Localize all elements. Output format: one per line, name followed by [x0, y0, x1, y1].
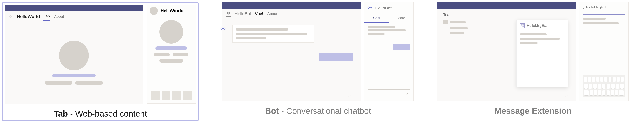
svg-rect-6 — [227, 14, 228, 15]
placeholder-line — [582, 22, 619, 24]
placeholder-line — [582, 18, 606, 20]
app-title: HelloWorld — [17, 14, 40, 19]
send-icon[interactable]: ▷ — [565, 93, 568, 97]
bot-desktop-header: HelloBot Chat About — [222, 9, 361, 19]
chat-input[interactable]: ▷ — [477, 91, 570, 99]
nav-tile[interactable] — [162, 92, 170, 100]
svg-rect-2 — [9, 17, 10, 18]
team-icon — [443, 20, 448, 24]
placeholder-line — [160, 59, 183, 62]
placeholder-line — [368, 33, 384, 35]
svg-rect-14 — [521, 26, 522, 27]
msgext-desktop-window: Teams ▷ — [437, 2, 576, 101]
svg-point-8 — [222, 28, 223, 29]
placeholder-line-accent — [156, 46, 187, 50]
placeholder-line — [154, 53, 170, 56]
placeholder-line — [450, 21, 466, 23]
bot-message-card — [232, 25, 314, 43]
tab-about[interactable]: About — [267, 10, 278, 18]
bot-mobile-header: HelloBot — [364, 2, 414, 14]
msgext-popup-header: HelloMsgExt — [520, 23, 564, 28]
bot-mobile-body: ▷ — [364, 23, 414, 100]
tab-desktop-body — [5, 22, 143, 104]
tab-desktop-header: HelloWorld Tab About — [5, 12, 143, 22]
placeholder-line — [236, 28, 288, 30]
placeholder-line-accent — [52, 74, 96, 78]
code-icon — [367, 5, 372, 11]
mobile-tab-more[interactable]: More — [389, 14, 414, 22]
popup-search-underline[interactable] — [520, 30, 564, 31]
group-tab: HelloWorld Tab About HelloWorld — [2, 2, 199, 121]
bot-mobile-window: HelloBot Chat More ▷ — [364, 2, 414, 101]
bot-desktop-window: HelloBot Chat About — [222, 2, 361, 101]
msgext-popup: HelloMsgExt — [516, 20, 568, 87]
svg-rect-5 — [229, 12, 230, 14]
send-icon[interactable]: ▷ — [348, 93, 351, 97]
send-icon[interactable]: ▷ — [406, 92, 408, 96]
group-bot-caption: Bot - Conversational chatbot — [265, 106, 371, 116]
bot-mobile-tabs: Chat More — [364, 14, 414, 23]
placeholder-line — [368, 26, 395, 28]
app-icon — [8, 14, 14, 19]
svg-rect-13 — [522, 24, 524, 26]
placeholder-line — [75, 81, 103, 84]
msgext-mobile-header: ‹ HelloMsgExt — [580, 2, 628, 13]
svg-rect-0 — [9, 15, 10, 16]
msgext-mobile-window: ‹ HelloMsgExt — [579, 2, 628, 101]
placeholder-line — [45, 81, 72, 84]
msgext-mobile-body — [580, 13, 628, 100]
placeholder-avatar — [160, 20, 183, 44]
mobile-tab-chat[interactable]: Chat — [364, 14, 389, 22]
chat-input[interactable]: ▷ — [368, 90, 410, 98]
mobile-title: HelloWorld — [160, 8, 184, 14]
app-icon — [520, 23, 525, 28]
tab-chat[interactable]: Chat — [255, 9, 263, 18]
nav-tile[interactable] — [151, 92, 160, 100]
group-msgext: Teams ▷ — [437, 2, 628, 116]
placeholder-line — [450, 27, 468, 29]
placeholder-line — [520, 34, 546, 35]
teams-sidebar: Teams — [443, 13, 473, 99]
group-tab-caption: Tab - Web-based content — [54, 109, 147, 118]
user-reply-bubble — [392, 44, 410, 50]
nav-tile[interactable] — [172, 92, 181, 100]
mobile-title: HelloMsgExt — [586, 5, 606, 10]
svg-rect-1 — [11, 15, 12, 16]
user-reply-bubble — [319, 52, 353, 61]
tab-tab[interactable]: Tab — [44, 12, 50, 21]
tab-mobile-body — [147, 17, 196, 103]
app-title: HelloBot — [235, 11, 251, 16]
svg-rect-4 — [227, 12, 228, 14]
popup-title: HelloMsgExt — [527, 24, 547, 28]
placeholder-line — [520, 38, 560, 40]
placeholder-line — [236, 37, 266, 39]
svg-point-9 — [223, 28, 224, 29]
svg-point-11 — [370, 7, 370, 8]
chat-input[interactable]: ▷ — [226, 91, 353, 99]
placeholder-line — [520, 42, 538, 44]
placeholder-avatar — [59, 41, 89, 70]
placeholder-line — [173, 53, 188, 56]
bottom-tile-row — [150, 92, 192, 100]
sidebar-title: Teams — [443, 13, 473, 17]
search-underline[interactable] — [582, 14, 625, 15]
mobile-keyboard[interactable] — [582, 75, 625, 98]
nav-tile[interactable] — [183, 92, 192, 100]
svg-rect-3 — [11, 17, 12, 18]
svg-point-10 — [369, 7, 370, 8]
svg-rect-15 — [522, 26, 524, 27]
placeholder-line — [450, 32, 464, 34]
tab-desktop-window: HelloWorld Tab About — [5, 5, 143, 104]
window-titlebar — [5, 5, 143, 12]
window-titlebar — [222, 2, 361, 9]
placeholder-line — [236, 32, 308, 35]
tab-about[interactable]: About — [54, 12, 64, 21]
back-icon[interactable]: ‹ — [582, 4, 584, 11]
tab-mobile-window: HelloWorld — [146, 5, 196, 104]
window-titlebar — [437, 2, 576, 9]
tab-mobile-header: HelloWorld — [147, 5, 196, 17]
code-icon — [220, 26, 226, 32]
svg-rect-12 — [521, 24, 522, 26]
sidebar-item[interactable] — [443, 20, 473, 24]
bot-message-block — [226, 25, 353, 43]
